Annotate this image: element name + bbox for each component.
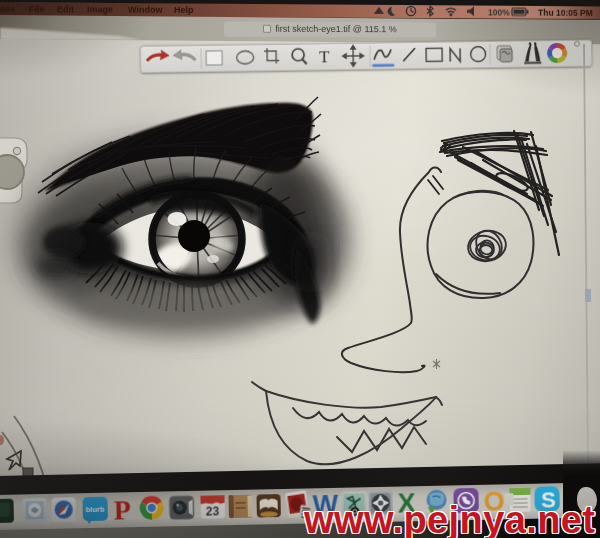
svg-text:23: 23 <box>206 504 220 518</box>
svg-text:blurb: blurb <box>86 505 105 514</box>
svg-text:P: P <box>113 494 131 525</box>
